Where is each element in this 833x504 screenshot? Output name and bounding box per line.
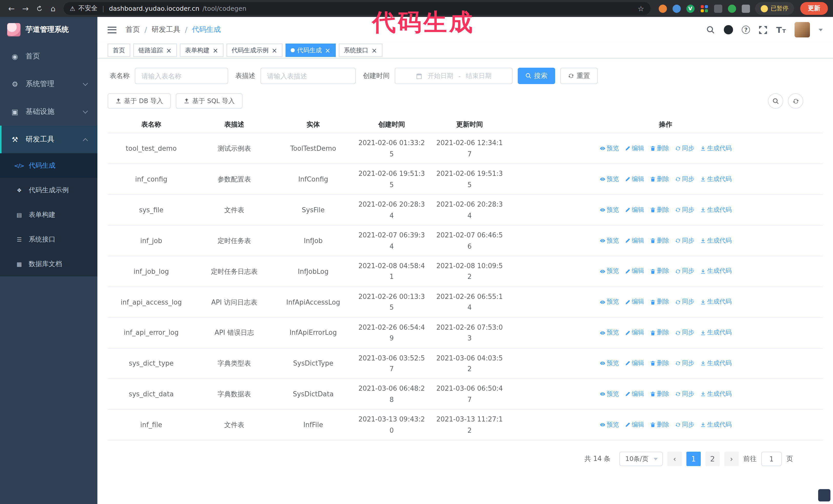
page-size-select[interactable]: 10条/页 — [619, 452, 663, 466]
delete-link[interactable]: 删除 — [650, 389, 669, 400]
edit-link[interactable]: 编辑 — [625, 297, 644, 307]
user-avatar[interactable] — [794, 22, 810, 38]
date-range-picker[interactable]: 开始日期 - 结束日期 — [395, 68, 513, 84]
extension-vue-icon[interactable]: V — [686, 4, 694, 13]
delete-link[interactable]: 删除 — [650, 420, 669, 430]
generate-code-link[interactable]: 生成代码 — [700, 144, 732, 154]
tab-codegen-example[interactable]: 代码生成示例 × — [227, 44, 282, 57]
edit-link[interactable]: 编辑 — [625, 236, 644, 246]
delete-link[interactable]: 删除 — [650, 236, 669, 246]
sync-link[interactable]: 同步 — [675, 358, 694, 369]
delete-link[interactable]: 删除 — [650, 266, 669, 277]
sidebar-item-devtools[interactable]: ⚒ 研发工具 — [0, 126, 97, 153]
tab-form-builder[interactable]: 表单构建 × — [180, 44, 223, 57]
browser-reload-button[interactable] — [33, 2, 46, 15]
toggle-search-button[interactable] — [768, 93, 783, 109]
next-page-button[interactable]: › — [724, 452, 739, 466]
import-db-button[interactable]: 基于 DB 导入 — [108, 93, 171, 109]
tab-close-icon[interactable]: × — [166, 47, 172, 54]
preview-link[interactable]: 预览 — [599, 236, 619, 246]
breadcrumb-devtools[interactable]: 研发工具 — [151, 25, 180, 34]
generate-code-link[interactable]: 生成代码 — [700, 328, 732, 338]
sidebar-item-infra[interactable]: ▣ 基础设施 — [0, 98, 97, 126]
page-button-2[interactable]: 2 — [705, 452, 720, 466]
tab-close-icon[interactable]: × — [213, 47, 218, 54]
reset-button[interactable]: 重置 — [560, 68, 598, 84]
sidebar-item-api[interactable]: ☰ 系统接口 — [0, 227, 97, 252]
edit-link[interactable]: 编辑 — [625, 174, 644, 185]
sidebar-item-home[interactable]: ◉ 首页 — [0, 43, 97, 70]
edit-link[interactable]: 编辑 — [625, 205, 644, 215]
preview-link[interactable]: 预览 — [599, 266, 619, 277]
sidebar-item-system[interactable]: ⚙ 系统管理 — [0, 70, 97, 98]
generate-code-link[interactable]: 生成代码 — [700, 358, 732, 369]
tab-close-icon[interactable]: × — [325, 47, 330, 54]
edit-link[interactable]: 编辑 — [625, 266, 644, 277]
sidebar-item-db-doc[interactable]: ▦ 数据库文档 — [0, 252, 97, 277]
sync-link[interactable]: 同步 — [675, 236, 694, 246]
corner-widget[interactable] — [818, 489, 830, 501]
browser-back-button[interactable]: ← — [5, 2, 18, 15]
table-name-input[interactable] — [135, 68, 228, 84]
delete-link[interactable]: 删除 — [650, 144, 669, 154]
preview-link[interactable]: 预览 — [599, 174, 619, 185]
font-size-icon[interactable]: TT — [776, 25, 786, 34]
tab-codegen[interactable]: 代码生成 × — [285, 44, 335, 57]
sidebar-item-codegen[interactable]: </> 代码生成 — [0, 153, 97, 178]
breadcrumb-home[interactable]: 首页 — [125, 25, 140, 34]
preview-link[interactable]: 预览 — [599, 328, 619, 338]
sync-link[interactable]: 同步 — [675, 328, 694, 338]
github-icon[interactable] — [724, 25, 733, 34]
sync-link[interactable]: 同步 — [675, 297, 694, 307]
tab-tracing[interactable]: 链路追踪 × — [133, 44, 177, 57]
refresh-table-button[interactable] — [788, 93, 803, 109]
generate-code-link[interactable]: 生成代码 — [700, 266, 732, 277]
sidebar-fold-icon[interactable] — [108, 26, 116, 33]
chrome-update-button[interactable]: 更新 — [800, 2, 828, 15]
sidebar-item-codegen-example[interactable]: ❖ 代码生成示例 — [0, 178, 97, 202]
bookmark-star-icon[interactable]: ☆ — [638, 4, 644, 13]
help-icon[interactable]: ? — [742, 26, 750, 34]
delete-link[interactable]: 删除 — [650, 297, 669, 307]
generate-code-link[interactable]: 生成代码 — [700, 174, 732, 185]
extensions-puzzle-icon[interactable] — [741, 4, 750, 13]
edit-link[interactable]: 编辑 — [625, 144, 644, 154]
sync-link[interactable]: 同步 — [675, 266, 694, 277]
sync-link[interactable]: 同步 — [675, 174, 694, 185]
sync-link[interactable]: 同步 — [675, 144, 694, 154]
delete-link[interactable]: 删除 — [650, 328, 669, 338]
sync-link[interactable]: 同步 — [675, 205, 694, 215]
page-button-1[interactable]: 1 — [686, 452, 701, 466]
delete-link[interactable]: 删除 — [650, 174, 669, 185]
extension-dark-icon[interactable] — [714, 4, 722, 13]
preview-link[interactable]: 预览 — [599, 420, 619, 430]
search-icon[interactable] — [707, 25, 715, 34]
delete-link[interactable]: 删除 — [650, 358, 669, 369]
import-sql-button[interactable]: 基于 SQL 导入 — [176, 93, 242, 109]
edit-link[interactable]: 编辑 — [625, 420, 644, 430]
edit-link[interactable]: 编辑 — [625, 328, 644, 338]
preview-link[interactable]: 预览 — [599, 358, 619, 369]
preview-link[interactable]: 预览 — [599, 144, 619, 154]
extension-drop-icon[interactable] — [672, 4, 681, 13]
extension-leaf-icon[interactable] — [728, 4, 736, 13]
profile-paused-badge[interactable]: 已暂停 — [755, 2, 794, 15]
browser-forward-button[interactable]: → — [19, 2, 32, 15]
extension-grid-icon[interactable] — [700, 4, 708, 13]
tab-home[interactable]: 首页 — [108, 44, 130, 57]
generate-code-link[interactable]: 生成代码 — [700, 389, 732, 400]
sidebar-logo[interactable]: 芋道管理系统 — [0, 17, 97, 43]
goto-page-input[interactable] — [761, 452, 782, 466]
generate-code-link[interactable]: 生成代码 — [700, 205, 732, 215]
prev-page-button[interactable]: ‹ — [667, 452, 682, 466]
address-bar[interactable]: ⚠ 不安全 | dashboard.yudao.iocoder.cn/tool/… — [64, 2, 650, 15]
sync-link[interactable]: 同步 — [675, 420, 694, 430]
search-button[interactable]: 搜索 — [518, 68, 555, 84]
tab-close-icon[interactable]: × — [372, 47, 377, 54]
browser-home-button[interactable]: ⌂ — [47, 2, 60, 15]
generate-code-link[interactable]: 生成代码 — [700, 236, 732, 246]
table-desc-input[interactable] — [260, 68, 356, 84]
extension-fox-icon[interactable] — [659, 4, 667, 13]
generate-code-link[interactable]: 生成代码 — [700, 420, 732, 430]
edit-link[interactable]: 编辑 — [625, 389, 644, 400]
